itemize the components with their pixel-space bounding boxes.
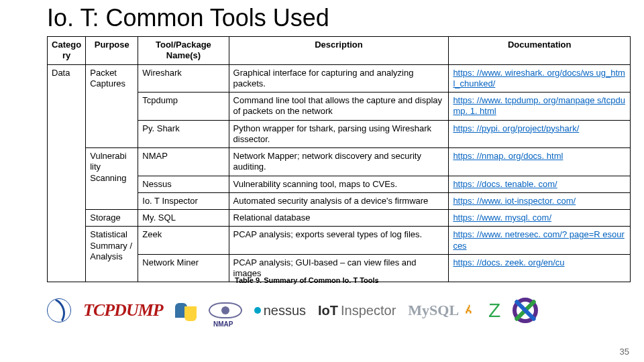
cell-doc: https: //www. wireshark. org/docs/ws ug_…: [449, 64, 631, 93]
doc-link[interactable]: https: //www. mysql. com/: [453, 213, 551, 223]
cell-tool: NMAP: [138, 148, 229, 176]
logo-strip: TCPDUMP nessus IoTInspector MySQL႓ Z: [47, 295, 631, 326]
table-header-row: Catego ry Purpose Tool/Package Name(s) D…: [48, 37, 631, 65]
cell-doc: https: //www. tcpdump. org/manpage s/tcp…: [449, 93, 631, 121]
cell-doc: https: //www. netresec. com/? page=R eso…: [449, 227, 631, 255]
col-header-purpose: Purpose: [86, 37, 138, 65]
wireshark-icon: [47, 298, 71, 322]
iot-inspector-logo: IoTInspector: [318, 303, 396, 318]
cell-description: Relational database: [229, 210, 449, 227]
doc-link[interactable]: https: //www. netresec. com/? page=R eso…: [453, 229, 624, 250]
tcpdump-logo: TCPDUMP: [83, 300, 163, 320]
cell-doc: https: //nmap. org/docs. html: [449, 148, 631, 176]
cell-doc: https: //docs. zeek. org/en/cu: [449, 254, 631, 282]
cell-description: Python wrapper for tshark, parsing using…: [229, 120, 449, 148]
col-header-documentation: Documentation: [449, 37, 631, 65]
cell-tool: My. SQL: [138, 210, 229, 227]
cell-purpose: Vulnerabi lity Scanning: [86, 148, 138, 210]
doc-link[interactable]: https: //nmap. org/docs. html: [453, 151, 563, 161]
cell-purpose: Storage: [86, 210, 138, 227]
cell-description: Automated security analysis of a device'…: [229, 192, 449, 209]
page-title: Io. T: Common Tools Used: [47, 4, 631, 32]
col-header-category: Catego ry: [48, 37, 86, 65]
doc-link[interactable]: https: //pypi. org/project/pyshark/: [453, 123, 579, 133]
cell-tool: Py. Shark: [138, 120, 229, 148]
cell-tool: Nessus: [138, 176, 229, 192]
tools-table: Catego ry Purpose Tool/Package Name(s) D…: [47, 36, 631, 282]
cell-doc: https: //www. mysql. com/: [449, 210, 631, 227]
table-row: Statistical Summary / Analysis Zeek PCAP…: [48, 227, 631, 255]
page-number: 35: [620, 347, 629, 357]
cell-tool: Tcpdump: [138, 93, 229, 121]
cell-purpose: Packet Captures: [86, 64, 138, 148]
doc-link[interactable]: https: //www. iot-inspector. com/: [453, 196, 576, 206]
cell-doc: https: //docs. tenable. com/: [449, 176, 631, 192]
table-row: Vulnerabi lity Scanning NMAP Network Map…: [48, 148, 631, 176]
doc-link[interactable]: https: //www. tcpdump. org/manpage s/tcp…: [453, 95, 625, 116]
doc-link[interactable]: https: //www. wireshark. org/docs/ws ug_…: [453, 68, 625, 88]
cell-tool: Zeek: [138, 227, 229, 255]
cell-doc: https: //pypi. org/project/pyshark/: [449, 120, 631, 148]
cell-description: Network Mapper; network discovery and se…: [229, 148, 449, 176]
cell-tool: Wireshark: [138, 64, 229, 93]
python-icon: [175, 300, 197, 321]
cell-category: Data: [48, 64, 86, 282]
col-header-description: Description: [229, 37, 449, 65]
table-caption: Table 9. Summary of Common Io. T Tools: [235, 276, 379, 284]
table-row: Storage My. SQL Relational database http…: [48, 210, 631, 227]
col-header-tool: Tool/Package Name(s): [138, 37, 229, 65]
nmap-label: NMAP: [213, 320, 233, 328]
table-row: Data Packet Captures Wireshark Graphical…: [48, 64, 631, 93]
doc-link[interactable]: https: //docs. zeek. org/en/cu: [453, 257, 564, 267]
networkminer-icon: [513, 298, 538, 323]
cell-doc: https: //www. iot-inspector. com/: [449, 192, 631, 209]
cell-description: PCAP analysis; exports several types of …: [229, 227, 449, 255]
cell-description: Graphical interface for capturing and an…: [229, 64, 449, 93]
nessus-logo: nessus: [254, 303, 306, 318]
cell-tool: Io. T Inspector: [138, 192, 229, 209]
cell-purpose: Statistical Summary / Analysis: [86, 227, 138, 282]
doc-link[interactable]: https: //docs. tenable. com/: [453, 179, 557, 189]
mysql-logo: MySQL႓: [408, 302, 476, 319]
nmap-icon: [209, 302, 242, 318]
cell-description: Command line tool that allows the captur…: [229, 93, 449, 121]
cell-description: Vulnerability scanning tool, maps to CVE…: [229, 176, 449, 192]
zeek-icon: Z: [488, 299, 500, 322]
cell-tool: Network Miner: [138, 254, 229, 282]
